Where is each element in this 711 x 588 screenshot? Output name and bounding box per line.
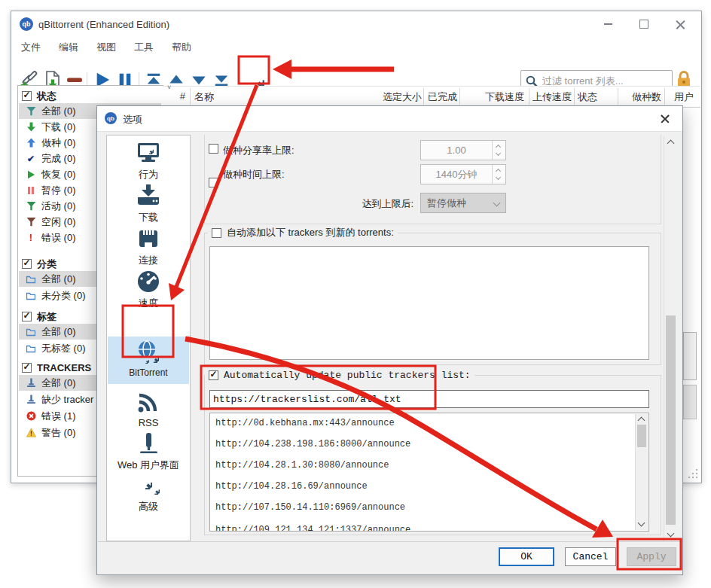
folder-icon (26, 275, 36, 284)
ok-button[interactable]: OK (499, 547, 554, 566)
tracker-icon (26, 378, 36, 388)
torrent-table-header: ˅ # 名称 选定大小 已完成 下载速度 上传速度 状态 做种数 用户 (163, 86, 700, 108)
spin-down-icon (496, 151, 501, 156)
status-checkbox[interactable] (22, 91, 32, 101)
folder-icon (26, 291, 36, 300)
auto-update-trackers-checkbox[interactable] (209, 370, 218, 380)
menu-help[interactable]: 帮助 (172, 41, 191, 54)
tracker-url: http://0d.kebhana.mx:443/announce (215, 418, 395, 428)
limit-action-combo[interactable]: 暂停做种 (420, 193, 506, 213)
menu-edit[interactable]: 编辑 (59, 41, 78, 54)
maximize-button[interactable] (627, 11, 661, 37)
options-nav: 行为 下载 连接 (106, 135, 191, 541)
spin-down-icon (496, 175, 501, 180)
funnel-icon (26, 217, 36, 227)
scroll-down-icon (638, 519, 645, 527)
webui-icon (108, 430, 189, 457)
scroll-up-icon (667, 140, 675, 148)
warning-icon (26, 428, 36, 437)
menu-tools[interactable]: 工具 (134, 41, 154, 54)
menu-file[interactable]: 文件 (21, 41, 41, 54)
sort-indicator: ˅ (167, 84, 171, 91)
section-tags: 标签 (22, 310, 56, 323)
combo-chevron-icon (493, 200, 501, 207)
toolbar (11, 56, 701, 86)
nav-speed[interactable]: 速度 (108, 268, 189, 310)
apply-button[interactable]: Apply (627, 547, 676, 566)
tracker-url: http://104.238.198.186:8000/announce (215, 439, 410, 449)
nav-downloads[interactable]: 下载 (108, 182, 189, 224)
column-status[interactable]: 状态 (578, 90, 597, 104)
qbittorrent-logo: qb (20, 17, 33, 31)
categories-checkbox[interactable] (22, 259, 32, 269)
cancel-button[interactable]: Cancel (565, 547, 616, 566)
ratio-limit-label: 做种分享率上限: (223, 144, 294, 157)
time-limit-checkbox[interactable] (209, 178, 218, 187)
spin-up-icon (496, 169, 501, 174)
spin-buttons[interactable] (492, 165, 505, 184)
main-scrollbar-fragment[interactable] (683, 385, 697, 419)
ratio-limit-spinbox[interactable]: 1.00 (420, 140, 506, 160)
close-icon (661, 114, 670, 123)
main-scrollbar-fragment[interactable] (683, 332, 697, 380)
section-trackers: TRACKERS (22, 361, 91, 374)
time-limit-spinbox[interactable]: 1440分钟 (420, 164, 506, 184)
dialog-title: 选项 (123, 113, 142, 126)
column-number[interactable]: # (173, 90, 185, 102)
download-icon (108, 182, 189, 209)
tracker-url: http://109.121.134.121:1337/announce (215, 525, 410, 532)
tracker-url: http://107.150.14.110:6969/announce (215, 502, 405, 513)
ratio-limit-checkbox[interactable] (209, 144, 218, 154)
arrow-down-icon (26, 122, 36, 132)
options-dialog: qb 选项 行为 (96, 105, 683, 575)
buttons-separator (98, 541, 682, 542)
arrow-up-icon (26, 138, 36, 148)
spin-buttons[interactable] (492, 141, 505, 160)
column-seeds[interactable]: 做种数 (601, 90, 661, 104)
scroll-thumb[interactable] (637, 425, 646, 447)
nav-behavior[interactable]: 行为 (108, 139, 189, 181)
limit-action-label: 达到上限后: (325, 197, 413, 211)
tracker-icon (26, 395, 36, 404)
window-title: qBittorrent (Enhanced Edition) (38, 19, 169, 30)
close-icon (676, 20, 685, 29)
column-upspeed[interactable]: 上传速度 (511, 90, 572, 104)
minimize-icon (604, 23, 612, 25)
auto-add-trackers-textarea[interactable] (209, 246, 649, 360)
nav-advanced[interactable]: 高级 (108, 471, 189, 513)
tracker-list-textarea[interactable]: http://0d.kebhana.mx:443/announce http:/… (209, 413, 649, 532)
section-categories: 分类 (22, 257, 56, 270)
dialog-close-button[interactable] (654, 111, 676, 126)
close-button[interactable] (664, 11, 697, 37)
maximize-icon (639, 20, 648, 29)
behavior-icon (108, 139, 189, 166)
column-done[interactable]: 已完成 (428, 90, 457, 104)
resize-grip[interactable] (685, 466, 697, 478)
column-size[interactable]: 选定大小 (362, 90, 422, 104)
rss-icon (108, 388, 189, 416)
auto-add-trackers-checkbox[interactable] (212, 228, 221, 238)
column-name[interactable]: 名称 (194, 90, 214, 104)
nav-connection[interactable]: 连接 (108, 225, 189, 267)
tracker-list-scrollbar[interactable] (635, 414, 648, 530)
nav-rss[interactable]: RSS (108, 388, 189, 428)
minimize-button[interactable] (591, 11, 624, 37)
time-limit-label: 做种时间上限: (223, 168, 285, 181)
window-titlebar: qb qBittorrent (Enhanced Edition) (11, 11, 701, 38)
exclamation-icon: ! (26, 233, 36, 242)
nav-webui[interactable]: Web 用户界面 (108, 430, 189, 472)
bittorrent-icon (108, 339, 189, 366)
scroll-down-icon (667, 530, 675, 538)
folder-icon (26, 328, 36, 337)
trackers-checkbox[interactable] (22, 363, 32, 373)
menu-view[interactable]: 视图 (96, 41, 116, 54)
scroll-thumb[interactable] (666, 315, 676, 525)
connection-icon (108, 225, 189, 252)
nav-bittorrent[interactable]: BitTorrent (108, 337, 189, 384)
trackers-url-input[interactable] (209, 390, 649, 408)
tags-checkbox[interactable] (22, 312, 32, 321)
options-scrollbar[interactable] (664, 136, 677, 541)
column-user[interactable]: 用户 (674, 90, 694, 104)
check-icon: ✔ (26, 154, 36, 163)
auto-update-trackers-title: Automatically update public trackers lis… (205, 369, 475, 381)
